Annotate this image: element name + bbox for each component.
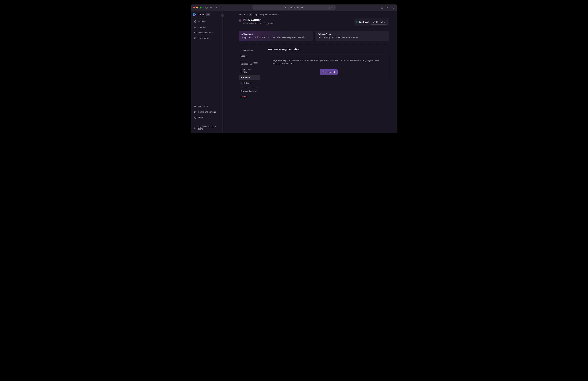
id-badge: ID (249, 13, 252, 16)
svg-point-8 (195, 21, 196, 21)
browser-titlebar: cloud.orama.com (191, 4, 397, 11)
divider (239, 87, 259, 87)
api-endpoint-value: https://cloud.orama.run/v1/indexes/nes-g… (241, 36, 310, 39)
panel-title: Audience segmentation (268, 48, 389, 51)
close-window[interactable] (193, 7, 195, 8)
maximize-window[interactable] (200, 7, 202, 8)
address-bar[interactable]: cloud.orama.com (252, 5, 336, 10)
power-icon (194, 116, 196, 119)
app-window: cloud.orama.com orama beta (191, 4, 397, 133)
logo-icon (193, 13, 196, 16)
subnav-ui-components[interactable]: UI Componentsbeta (239, 59, 260, 67)
subnav-usage[interactable]: Usage (239, 53, 260, 59)
shield-icon (194, 37, 196, 40)
breadcrumb-root[interactable]: Indexes (239, 13, 246, 16)
svg-rect-2 (285, 7, 286, 8)
minimize-window[interactable] (196, 7, 198, 8)
translate-icon[interactable] (329, 6, 331, 9)
chart-icon (194, 26, 196, 28)
sub-navigation: Configuration Usage UI Componentsbeta De… (239, 48, 260, 99)
forward-icon[interactable] (219, 6, 223, 9)
subnav-audience[interactable]: Audience (239, 75, 260, 80)
sidebar-toggle-icon[interactable] (205, 6, 208, 9)
profile-settings[interactable]: Profile and settings (192, 109, 221, 114)
brand-name: orama (197, 13, 204, 16)
subnav-analytics[interactable]: Analytics (239, 80, 260, 86)
subnav-delete[interactable]: Delete (239, 94, 260, 99)
svg-point-9 (195, 112, 196, 112)
chevron-down-icon[interactable] (209, 6, 213, 9)
page-subtitle: REST API•A list of NES games (243, 22, 273, 24)
code-icon (194, 31, 196, 34)
dark-mode-toggle[interactable]: Dark mode (192, 104, 221, 109)
breadcrumb-id: z3g89lnv8ipdtbmddu2v1lv5 (253, 13, 279, 16)
svg-point-10 (356, 21, 358, 23)
sidebar-item-developer-tools[interactable]: Developer Tools (192, 30, 221, 35)
new-tab-icon[interactable] (386, 6, 389, 9)
api-endpoint-card[interactable]: API endpoint https://cloud.orama.run/v1/… (239, 31, 313, 41)
page-title: NES Games (243, 18, 273, 22)
divider (239, 44, 389, 44)
lock-icon (285, 7, 287, 8)
redeploy-button[interactable]: Redeploy (371, 20, 387, 25)
reload-icon[interactable] (332, 6, 334, 9)
database-icon (194, 20, 196, 23)
traffic-lights (193, 7, 202, 8)
sidebar-item-analytics[interactable]: Analytics (192, 24, 221, 30)
subnav-deployments[interactable]: Deployments History (239, 67, 260, 74)
moon-icon (194, 105, 196, 108)
api-key-card[interactable]: Public API key GPtr563SCgRVFfyLZRlwkLHuc… (315, 31, 389, 41)
segments-empty-state: Segments help you understand your audien… (268, 55, 389, 79)
refresh-icon (373, 21, 375, 23)
tabs-icon[interactable] (391, 6, 395, 9)
add-segment-button[interactable]: Add segment (320, 69, 338, 75)
svg-rect-0 (206, 7, 207, 8)
subnav-download[interactable]: Download data (239, 89, 260, 94)
sidebar-item-indexes[interactable]: Indexes (192, 19, 221, 24)
sidebar: orama beta Indexes Analytics Developer T… (191, 11, 223, 133)
collapse-sidebar-button[interactable] (221, 14, 224, 17)
svg-rect-6 (222, 15, 223, 16)
gear-icon (194, 111, 196, 113)
share-icon[interactable] (380, 6, 383, 9)
external-link-icon (250, 82, 251, 84)
audience-panel: Audience segmentation Segments help you … (268, 48, 389, 99)
index-type-icon: </> (239, 19, 241, 22)
url-text: cloud.orama.com (287, 6, 303, 9)
svg-rect-5 (393, 7, 394, 8)
back-icon[interactable] (215, 6, 218, 9)
breadcrumb: Indexes / ID z3g89lnv8ipdtbmddu2v1lv5 (239, 13, 389, 16)
sidebar-item-secure-proxy[interactable]: Secure Proxy (192, 36, 221, 41)
download-icon (255, 90, 257, 92)
chat-icon (194, 127, 196, 129)
check-circle-icon (356, 21, 358, 23)
subnav-configuration[interactable]: Configuration (239, 48, 260, 53)
main-content: Indexes / ID z3g89lnv8ipdtbmddu2v1lv5 </… (223, 11, 397, 133)
beta-badge: beta (206, 13, 210, 16)
logout[interactable]: Logout (192, 115, 221, 120)
api-key-value: GPtr563SCgRVFfyLZRlwkLHucCvHrFbw (318, 36, 386, 39)
brand-logo[interactable]: orama beta (192, 13, 221, 16)
status-badge: Deployed (356, 21, 369, 23)
feedback-link[interactable]: Any feedback? Let us know! (192, 124, 221, 132)
panel-description: Segments help you understand your audien… (273, 59, 385, 65)
